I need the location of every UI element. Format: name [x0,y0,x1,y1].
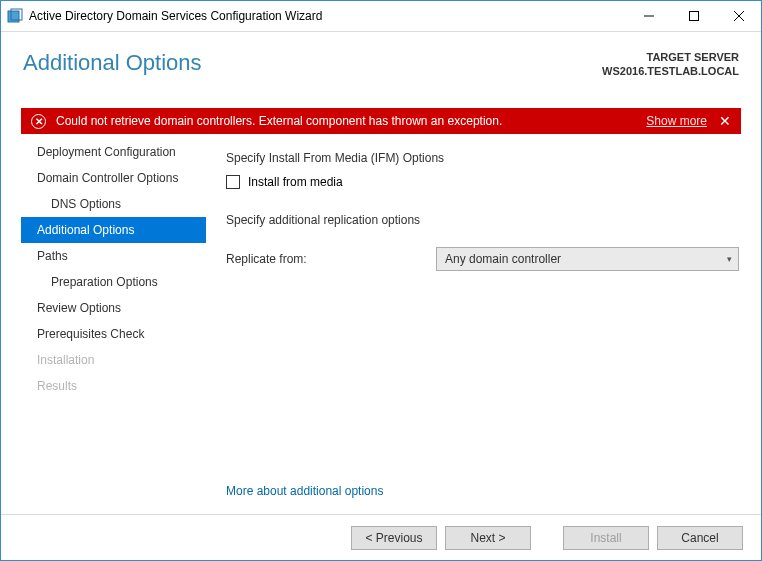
sidebar-item-results: Results [21,373,206,399]
install-button: Install [563,526,649,550]
minimize-button[interactable] [626,1,671,30]
error-icon: ✕ [31,114,46,129]
cancel-button[interactable]: Cancel [657,526,743,550]
checkbox-icon[interactable] [226,175,240,189]
titlebar-controls [626,1,761,31]
svg-rect-3 [689,11,698,20]
repl-section-title: Specify additional replication options [226,213,741,227]
replicate-value: Any domain controller [445,252,561,266]
window-title: Active Directory Domain Services Configu… [29,9,626,23]
sidebar-item-installation: Installation [21,347,206,373]
sidebar-item-paths[interactable]: Paths [21,243,206,269]
sidebar-item-dns-options[interactable]: DNS Options [21,191,206,217]
sidebar: Deployment Configuration Domain Controll… [21,139,206,514]
close-button[interactable] [716,1,761,30]
titlebar: Active Directory Domain Services Configu… [1,1,761,31]
ifm-checkbox-row[interactable]: Install from media [226,175,741,189]
ifm-section-title: Specify Install From Media (IFM) Options [226,151,741,165]
window: Active Directory Domain Services Configu… [0,0,762,561]
error-text: Could not retrieve domain controllers. E… [56,114,646,128]
previous-button[interactable]: < Previous [351,526,437,550]
sidebar-item-deployment[interactable]: Deployment Configuration [21,139,206,165]
target-server-info: TARGET SERVER WS2016.TESTLAB.LOCAL [602,50,739,79]
target-value: WS2016.TESTLAB.LOCAL [602,64,739,78]
chevron-down-icon: ▾ [727,254,732,264]
error-close-icon[interactable]: ✕ [719,114,731,128]
app-icon [7,8,23,24]
sidebar-item-dc-options[interactable]: Domain Controller Options [21,165,206,191]
header: Additional Options TARGET SERVER WS2016.… [1,32,761,96]
error-bar: ✕ Could not retrieve domain controllers.… [21,108,741,134]
target-label: TARGET SERVER [602,50,739,64]
sidebar-item-preparation[interactable]: Preparation Options [21,269,206,295]
sidebar-item-prereq[interactable]: Prerequisites Check [21,321,206,347]
replicate-row: Replicate from: Any domain controller ▾ [226,247,741,271]
replicate-label: Replicate from: [226,252,436,266]
sidebar-item-review[interactable]: Review Options [21,295,206,321]
replicate-dropdown[interactable]: Any domain controller ▾ [436,247,739,271]
maximize-button[interactable] [671,1,716,30]
show-more-link[interactable]: Show more [646,114,707,128]
content: Deployment Configuration Domain Controll… [1,139,761,514]
button-bar: < Previous Next > Install Cancel [1,514,761,560]
next-button[interactable]: Next > [445,526,531,550]
main-panel: Specify Install From Media (IFM) Options… [206,139,741,514]
ifm-checkbox-label: Install from media [248,175,343,189]
sidebar-item-additional-options[interactable]: Additional Options [21,217,206,243]
page-title: Additional Options [23,50,202,76]
more-about-link[interactable]: More about additional options [226,484,741,498]
